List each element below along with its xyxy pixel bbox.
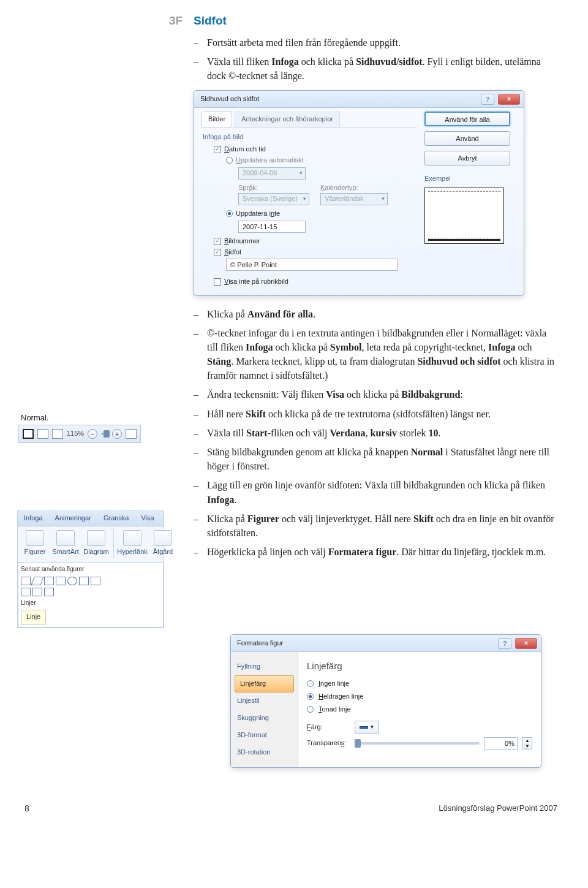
body-item-5: – Växla till Start-fliken och välj Verda… xyxy=(194,426,557,440)
checkbox-sidfot[interactable]: ✓ xyxy=(214,249,221,256)
section-heading: 3F Sidfot xyxy=(169,12,557,29)
statusbar-screenshot: 115% − + xyxy=(18,425,141,443)
checkbox-datum-tid[interactable]: ✓ xyxy=(214,146,221,153)
header-footer-dialog: Sidhuvud och sidfot ? × Bilder Antecknin… xyxy=(194,90,524,295)
ribbon-tab-visa[interactable]: Visa xyxy=(135,511,160,526)
cat-linjefarg[interactable]: Linjefärg xyxy=(235,675,294,693)
cancel-button[interactable]: Avbryt xyxy=(424,151,510,165)
radio-tonad[interactable] xyxy=(307,706,314,713)
combo-kalendertyp[interactable]: Västerländsk xyxy=(320,193,388,205)
ribbon-tab-infoga[interactable]: Infoga xyxy=(18,511,49,526)
group-infoga: Infoga på bild xyxy=(203,132,416,142)
body-item-7: – Lägg till en grön linje ovanför sidfot… xyxy=(194,478,557,506)
view-sorter-icon[interactable] xyxy=(37,429,48,439)
label-farg: Färg: xyxy=(307,723,350,732)
textbox-sidfot[interactable]: © Pelle P. Point xyxy=(226,259,398,271)
ribbon-tab-animeringar[interactable]: Animeringar xyxy=(49,511,97,526)
shape-connector-icon[interactable] xyxy=(44,588,54,596)
chart-icon xyxy=(87,530,105,546)
preview-box xyxy=(424,188,504,244)
spinner[interactable]: ▲▼ xyxy=(522,737,532,749)
label-heldragen: Heldragen linje xyxy=(318,692,363,702)
label-rubrikbild: Visa inte på rubrikbild xyxy=(224,277,288,287)
ribbon-btn-atgard[interactable]: Åtgärd xyxy=(148,529,178,558)
cat-linjestil[interactable]: Linjestil xyxy=(231,693,298,710)
label-tonad: Tonad linje xyxy=(318,705,351,715)
body-item-2: – ©-tecknet infogar du i en textruta ant… xyxy=(194,326,557,383)
body-item-8: – Klicka på Figurer och välj linjeverkty… xyxy=(194,512,557,540)
view-normal-icon[interactable] xyxy=(23,429,34,439)
label-datum-tid: DDatum och tidatum och tid xyxy=(224,145,266,154)
tab-anteckningar[interactable]: Anteckningar och åhörarkopior xyxy=(235,112,340,127)
panel-heading: Linjefärg xyxy=(307,659,532,673)
radio-uppdatera-inte[interactable] xyxy=(226,210,233,217)
zoom-value: 115% xyxy=(67,429,84,439)
label-sprak: Språk: xyxy=(238,183,309,193)
ribbon-tab-granska[interactable]: Granska xyxy=(97,511,135,526)
fit-window-icon[interactable] xyxy=(126,429,137,439)
apply-button[interactable]: Använd xyxy=(424,131,510,146)
heading-number: 3F xyxy=(169,12,194,29)
shape-oval-icon[interactable] xyxy=(67,577,77,585)
body-item-1: – Klicka på Använd för alla. xyxy=(194,307,557,321)
label-bildnummer: Bildnummer xyxy=(224,237,260,246)
radio-heldragen[interactable] xyxy=(307,693,314,700)
format-category-list: Fyllning Linjefärg Linjestil Skuggning 3… xyxy=(231,652,298,767)
shape-star-icon[interactable] xyxy=(32,588,42,596)
format-shape-dialog: Formatera figur ? × Fyllning Linjefärg L… xyxy=(230,634,541,768)
cat-skuggning[interactable]: Skuggning xyxy=(231,710,298,727)
zoom-in-button[interactable]: + xyxy=(112,429,122,439)
shapes-icon xyxy=(26,530,44,546)
help-button[interactable]: ? xyxy=(481,94,494,105)
cat-3d-format[interactable]: 3D-format xyxy=(231,727,298,744)
textbox-date-fixed[interactable]: 2007-11-15 xyxy=(238,221,306,233)
combo-date-auto[interactable]: 2009-04-06 xyxy=(238,167,306,180)
close-button[interactable]: × xyxy=(515,638,537,649)
exempel-label: Exempel xyxy=(424,174,516,184)
zoom-slider[interactable] xyxy=(101,433,108,435)
checkbox-bildnummer[interactable]: ✓ xyxy=(214,238,221,245)
color-picker-button[interactable]: ▼ xyxy=(355,721,379,734)
hyperlink-icon xyxy=(123,530,141,546)
view-slideshow-icon[interactable] xyxy=(52,429,63,439)
gallery-title: Senast använda figurer xyxy=(21,565,160,574)
shape-textbox-icon[interactable] xyxy=(21,577,31,585)
transparency-value[interactable]: 0% xyxy=(484,737,518,749)
ribbon-btn-figurer[interactable]: Figurer xyxy=(20,529,50,558)
combo-sprak[interactable]: Svenska (Sverige) xyxy=(238,193,309,205)
page-footer: 8 Lösningsförslag PowerPoint 2007 xyxy=(0,799,588,823)
cat-3d-rotation[interactable]: 3D-rotation xyxy=(231,744,298,761)
callout-normal: Normal. xyxy=(21,412,49,424)
shape-brace-icon[interactable] xyxy=(21,588,31,596)
apply-all-button[interactable]: Använd för alla xyxy=(424,112,510,126)
shape-roundrect-icon[interactable] xyxy=(91,577,100,585)
radio-ingen-linje[interactable] xyxy=(307,680,314,687)
shapes-gallery: Senast använda figurer xyxy=(18,562,164,628)
shape-arrow-icon[interactable] xyxy=(44,577,54,585)
shape-line-icon[interactable] xyxy=(31,577,43,585)
transparency-slider[interactable] xyxy=(355,742,480,745)
ribbon-screenshot: Infoga Animeringar Granska Visa Figurer … xyxy=(17,510,164,628)
body-item-9: – Högerklicka på linjen och välj Formate… xyxy=(194,545,557,559)
help-button[interactable]: ? xyxy=(498,638,511,649)
footer-credit: Lösningsförslag PowerPoint 2007 xyxy=(439,803,557,814)
label-kalendertyp: Kalendertyp: xyxy=(320,183,388,193)
shape-rect-icon[interactable] xyxy=(56,577,66,585)
ribbon-btn-diagram[interactable]: Diagram xyxy=(81,529,111,558)
smartart-icon xyxy=(56,530,75,546)
ribbon-btn-smartart[interactable]: SmartArt xyxy=(51,529,80,558)
page-number: 8 xyxy=(24,802,29,814)
tab-bilder[interactable]: Bilder xyxy=(202,112,232,127)
label-transparens: Transparens: xyxy=(307,738,350,748)
shape-arrowblock-icon[interactable] xyxy=(79,577,89,585)
radio-uppdatera-auto[interactable] xyxy=(226,157,233,164)
label-uppdatera-auto: Uppdatera automatiskt xyxy=(236,156,304,165)
cat-fyllning[interactable]: Fyllning xyxy=(231,658,298,675)
label-ingen-linje: Ingen linje xyxy=(318,679,349,689)
checkbox-rubrikbild[interactable] xyxy=(214,278,221,286)
action-icon xyxy=(154,530,172,546)
label-sidfot: Sidfot xyxy=(224,248,241,257)
ribbon-btn-hyperlank[interactable]: Hyperlänk xyxy=(118,529,147,558)
close-button[interactable]: × xyxy=(498,94,520,105)
zoom-out-button[interactable]: − xyxy=(88,429,97,439)
